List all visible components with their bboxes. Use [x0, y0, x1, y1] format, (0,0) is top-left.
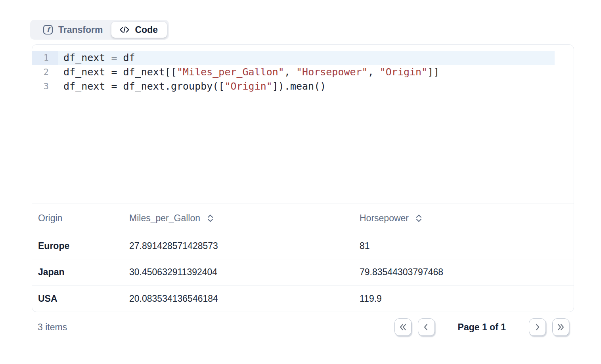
- tab-transform-label: Transform: [58, 25, 103, 35]
- chevrons-right-icon: [556, 322, 566, 332]
- code-brackets-icon: [119, 25, 130, 34]
- code-token-plain: ]]: [427, 66, 439, 78]
- code-token-string: "Horsepower": [296, 66, 368, 78]
- editor-code-area[interactable]: df_next = dfdf_next = df_next[["Miles_pe…: [58, 45, 574, 203]
- column-header-label: Miles_per_Gallon: [129, 213, 200, 224]
- line-number: 1: [32, 51, 58, 65]
- code-and-result-panel: 123 df_next = dfdf_next = df_next[["Mile…: [32, 44, 574, 312]
- sort-chevrons-icon: [415, 213, 422, 223]
- code-token-plain: df_next = df: [63, 52, 135, 63]
- chevron-right-icon: [533, 322, 542, 332]
- code-token-plain: ,: [284, 66, 296, 78]
- chevron-left-icon: [421, 322, 431, 332]
- line-number: 2: [32, 65, 58, 79]
- code-token-string: "Miles_per_Gallon": [177, 66, 284, 78]
- last-page-button[interactable]: [552, 318, 569, 336]
- cell-horsepower: 119.9: [360, 293, 568, 304]
- column-header-label: Horsepower: [360, 213, 409, 224]
- cell-horsepower: 79.83544303797468: [360, 267, 568, 278]
- page-indicator: Page 1 of 1: [458, 322, 506, 333]
- table-footer: 3 items Page 1 of 1: [32, 315, 574, 339]
- sort-chevrons-icon: [207, 213, 214, 223]
- code-token-plain: ,: [368, 66, 380, 78]
- chevrons-left-icon: [398, 322, 408, 332]
- line-number: 3: [32, 79, 58, 94]
- result-table: OriginMiles_per_GallonHorsepower Europe2…: [32, 203, 574, 312]
- column-header-miles_per_gallon[interactable]: Miles_per_Gallon: [129, 213, 360, 224]
- svg-text:f: f: [47, 26, 52, 34]
- table-row: Japan30.45063291139240479.83544303797468: [32, 259, 574, 285]
- cell-origin: Japan: [38, 267, 129, 278]
- table-body: Europe27.89142857142857381Japan30.450632…: [32, 233, 574, 312]
- cell-miles_per_gallon: 20.083534136546184: [129, 293, 360, 304]
- cell-miles_per_gallon: 30.450632911392404: [129, 267, 360, 278]
- column-header-horsepower[interactable]: Horsepower: [360, 213, 568, 224]
- code-token-string: "Origin": [380, 66, 427, 78]
- code-token-plain: df_next = df_next.groupby([: [63, 80, 224, 92]
- column-header-label: Origin: [38, 213, 62, 224]
- table-row: USA20.083534136546184119.9: [32, 285, 574, 312]
- tab-code[interactable]: Code: [111, 22, 167, 38]
- column-header-origin: Origin: [38, 213, 129, 224]
- next-page-button[interactable]: [529, 318, 546, 336]
- editor-line-number-gutter: 123: [32, 45, 58, 203]
- pagination: Page 1 of 1: [394, 318, 574, 336]
- tab-code-label: Code: [135, 25, 158, 35]
- cell-origin: Europe: [38, 241, 129, 251]
- code-line[interactable]: df_next = df_next[["Miles_per_Gallon", "…: [58, 65, 555, 79]
- code-token-plain: df_next = df_next[[: [63, 66, 177, 78]
- table-header-row: OriginMiles_per_GallonHorsepower: [32, 203, 574, 233]
- items-count: 3 items: [32, 322, 67, 333]
- cell-horsepower: 81: [360, 241, 568, 251]
- function-square-icon: f: [43, 25, 53, 35]
- cell-miles_per_gallon: 27.891428571428573: [129, 241, 360, 251]
- first-page-button[interactable]: [394, 318, 412, 336]
- table-row: Europe27.89142857142857381: [32, 233, 574, 259]
- code-token-plain: ]).mean(): [272, 80, 326, 92]
- code-token-string: "Origin": [224, 80, 272, 92]
- prev-page-button[interactable]: [418, 318, 435, 336]
- code-line[interactable]: df_next = df_next.groupby(["Origin"]).me…: [58, 79, 555, 94]
- tab-transform[interactable]: f Transform: [32, 22, 111, 38]
- code-line[interactable]: df_next = df: [58, 51, 555, 65]
- cell-origin: USA: [38, 293, 129, 304]
- view-mode-tabs: f Transform Code: [30, 20, 169, 40]
- code-editor[interactable]: 123 df_next = dfdf_next = df_next[["Mile…: [32, 45, 574, 203]
